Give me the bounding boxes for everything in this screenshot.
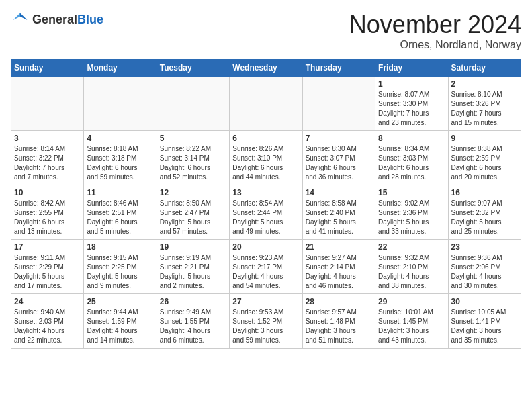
day-number: 1 bbox=[378, 79, 445, 89]
svg-marker-0 bbox=[20, 13, 28, 21]
day-number: 2 bbox=[451, 79, 518, 89]
calendar-cell: 22Sunrise: 9:32 AM Sunset: 2:10 PM Dayli… bbox=[375, 240, 448, 294]
day-number: 6 bbox=[232, 134, 299, 143]
day-info: Sunrise: 9:07 AM Sunset: 2:32 PM Dayligh… bbox=[451, 199, 518, 236]
day-number: 15 bbox=[378, 188, 445, 197]
day-number: 14 bbox=[306, 188, 372, 197]
calendar-cell: 23Sunrise: 9:36 AM Sunset: 2:06 PM Dayli… bbox=[448, 240, 521, 294]
day-info: Sunrise: 9:02 AM Sunset: 2:36 PM Dayligh… bbox=[378, 199, 445, 236]
calendar-cell: 30Sunrise: 10:05 AM Sunset: 1:41 PM Dayl… bbox=[448, 294, 521, 349]
day-number: 27 bbox=[232, 297, 299, 306]
day-number: 23 bbox=[451, 242, 518, 252]
day-info: Sunrise: 8:10 AM Sunset: 3:26 PM Dayligh… bbox=[451, 90, 518, 128]
calendar-cell: 5Sunrise: 8:22 AM Sunset: 3:14 PM Daylig… bbox=[157, 131, 229, 185]
calendar-cell: 7Sunrise: 8:30 AM Sunset: 3:07 PM Daylig… bbox=[302, 131, 375, 185]
calendar-cell: 8Sunrise: 8:34 AM Sunset: 3:03 PM Daylig… bbox=[375, 131, 448, 185]
calendar-cell: 17Sunrise: 9:11 AM Sunset: 2:29 PM Dayli… bbox=[11, 240, 84, 294]
weekday-header: Wednesday bbox=[230, 60, 302, 77]
calendar-cell: 11Sunrise: 8:46 AM Sunset: 2:51 PM Dayli… bbox=[84, 185, 157, 240]
day-info: Sunrise: 8:54 AM Sunset: 2:44 PM Dayligh… bbox=[232, 199, 299, 236]
day-info: Sunrise: 9:32 AM Sunset: 2:10 PM Dayligh… bbox=[378, 253, 445, 291]
day-info: Sunrise: 10:05 AM Sunset: 1:41 PM Daylig… bbox=[451, 308, 518, 345]
header: GeneralBlue November 2024 Ornes, Nordlan… bbox=[11, 11, 521, 51]
day-info: Sunrise: 8:14 AM Sunset: 3:22 PM Dayligh… bbox=[14, 144, 81, 182]
day-number: 28 bbox=[306, 297, 372, 306]
day-number: 19 bbox=[160, 242, 226, 252]
calendar-cell: 16Sunrise: 9:07 AM Sunset: 2:32 PM Dayli… bbox=[448, 185, 521, 240]
day-info: Sunrise: 8:26 AM Sunset: 3:10 PM Dayligh… bbox=[232, 144, 299, 182]
day-info: Sunrise: 8:30 AM Sunset: 3:07 PM Dayligh… bbox=[306, 144, 372, 182]
title-area: November 2024 Ornes, Nordland, Norway bbox=[349, 11, 521, 51]
day-number: 9 bbox=[451, 134, 518, 143]
logo: GeneralBlue bbox=[11, 11, 103, 30]
calendar-cell: 29Sunrise: 10:01 AM Sunset: 1:45 PM Dayl… bbox=[375, 294, 448, 349]
day-number: 3 bbox=[14, 134, 81, 143]
calendar-cell bbox=[230, 77, 302, 131]
logo-general: General bbox=[32, 13, 77, 26]
day-info: Sunrise: 8:07 AM Sunset: 3:30 PM Dayligh… bbox=[378, 90, 445, 128]
month-title: November 2024 bbox=[349, 11, 521, 39]
day-info: Sunrise: 8:42 AM Sunset: 2:55 PM Dayligh… bbox=[14, 199, 81, 236]
weekday-header: Sunday bbox=[11, 60, 84, 77]
calendar-week-row: 17Sunrise: 9:11 AM Sunset: 2:29 PM Dayli… bbox=[11, 240, 521, 294]
day-info: Sunrise: 10:01 AM Sunset: 1:45 PM Daylig… bbox=[378, 308, 445, 345]
day-info: Sunrise: 9:11 AM Sunset: 2:29 PM Dayligh… bbox=[14, 253, 81, 291]
day-info: Sunrise: 9:27 AM Sunset: 2:14 PM Dayligh… bbox=[306, 253, 372, 291]
day-number: 22 bbox=[378, 242, 445, 252]
calendar-week-row: 10Sunrise: 8:42 AM Sunset: 2:55 PM Dayli… bbox=[11, 185, 521, 240]
day-number: 21 bbox=[306, 242, 372, 252]
day-number: 5 bbox=[160, 134, 226, 143]
calendar-cell bbox=[157, 77, 229, 131]
calendar-cell: 10Sunrise: 8:42 AM Sunset: 2:55 PM Dayli… bbox=[11, 185, 84, 240]
day-number: 29 bbox=[378, 297, 445, 306]
location: Ornes, Nordland, Norway bbox=[349, 39, 521, 51]
calendar-cell: 13Sunrise: 8:54 AM Sunset: 2:44 PM Dayli… bbox=[230, 185, 302, 240]
calendar-cell: 6Sunrise: 8:26 AM Sunset: 3:10 PM Daylig… bbox=[230, 131, 302, 185]
calendar-week-row: 24Sunrise: 9:40 AM Sunset: 2:03 PM Dayli… bbox=[11, 294, 521, 349]
day-info: Sunrise: 9:53 AM Sunset: 1:52 PM Dayligh… bbox=[232, 308, 299, 345]
calendar-table: SundayMondayTuesdayWednesdayThursdayFrid… bbox=[11, 59, 521, 349]
weekday-header: Friday bbox=[375, 60, 448, 77]
day-info: Sunrise: 8:34 AM Sunset: 3:03 PM Dayligh… bbox=[378, 144, 445, 182]
day-info: Sunrise: 9:19 AM Sunset: 2:21 PM Dayligh… bbox=[160, 253, 226, 291]
calendar-cell: 20Sunrise: 9:23 AM Sunset: 2:17 PM Dayli… bbox=[230, 240, 302, 294]
calendar-cell: 27Sunrise: 9:53 AM Sunset: 1:52 PM Dayli… bbox=[230, 294, 302, 349]
svg-marker-1 bbox=[13, 13, 21, 21]
day-number: 18 bbox=[87, 242, 153, 252]
day-info: Sunrise: 9:23 AM Sunset: 2:17 PM Dayligh… bbox=[232, 253, 299, 291]
day-number: 11 bbox=[87, 188, 153, 197]
day-info: Sunrise: 8:18 AM Sunset: 3:18 PM Dayligh… bbox=[87, 144, 153, 182]
day-number: 17 bbox=[14, 242, 81, 252]
day-info: Sunrise: 9:36 AM Sunset: 2:06 PM Dayligh… bbox=[451, 253, 518, 291]
logo-icon bbox=[11, 11, 30, 30]
calendar-cell: 4Sunrise: 8:18 AM Sunset: 3:18 PM Daylig… bbox=[84, 131, 157, 185]
calendar-cell: 28Sunrise: 9:57 AM Sunset: 1:48 PM Dayli… bbox=[302, 294, 375, 349]
calendar-cell: 3Sunrise: 8:14 AM Sunset: 3:22 PM Daylig… bbox=[11, 131, 84, 185]
day-info: Sunrise: 9:40 AM Sunset: 2:03 PM Dayligh… bbox=[14, 308, 81, 345]
day-number: 13 bbox=[232, 188, 299, 197]
weekday-header: Monday bbox=[84, 60, 157, 77]
calendar-cell: 18Sunrise: 9:15 AM Sunset: 2:25 PM Dayli… bbox=[84, 240, 157, 294]
calendar-cell: 24Sunrise: 9:40 AM Sunset: 2:03 PM Dayli… bbox=[11, 294, 84, 349]
calendar-cell: 15Sunrise: 9:02 AM Sunset: 2:36 PM Dayli… bbox=[375, 185, 448, 240]
day-info: Sunrise: 9:57 AM Sunset: 1:48 PM Dayligh… bbox=[306, 308, 372, 345]
day-number: 4 bbox=[87, 134, 153, 143]
day-number: 30 bbox=[451, 297, 518, 306]
day-number: 12 bbox=[160, 188, 226, 197]
calendar-cell: 9Sunrise: 8:38 AM Sunset: 2:59 PM Daylig… bbox=[448, 131, 521, 185]
day-number: 25 bbox=[87, 297, 153, 306]
day-info: Sunrise: 9:49 AM Sunset: 1:55 PM Dayligh… bbox=[160, 308, 226, 345]
calendar-cell bbox=[11, 77, 84, 131]
calendar-cell: 19Sunrise: 9:19 AM Sunset: 2:21 PM Dayli… bbox=[157, 240, 229, 294]
day-info: Sunrise: 9:15 AM Sunset: 2:25 PM Dayligh… bbox=[87, 253, 153, 291]
logo-text: GeneralBlue bbox=[32, 13, 103, 27]
day-number: 10 bbox=[14, 188, 81, 197]
calendar-cell: 12Sunrise: 8:50 AM Sunset: 2:47 PM Dayli… bbox=[157, 185, 229, 240]
day-info: Sunrise: 8:38 AM Sunset: 2:59 PM Dayligh… bbox=[451, 144, 518, 182]
weekday-header: Thursday bbox=[302, 60, 375, 77]
day-number: 16 bbox=[451, 188, 518, 197]
logo-blue: Blue bbox=[77, 13, 103, 26]
calendar-week-row: 3Sunrise: 8:14 AM Sunset: 3:22 PM Daylig… bbox=[11, 131, 521, 185]
calendar-cell: 21Sunrise: 9:27 AM Sunset: 2:14 PM Dayli… bbox=[302, 240, 375, 294]
day-info: Sunrise: 9:44 AM Sunset: 1:59 PM Dayligh… bbox=[87, 308, 153, 345]
